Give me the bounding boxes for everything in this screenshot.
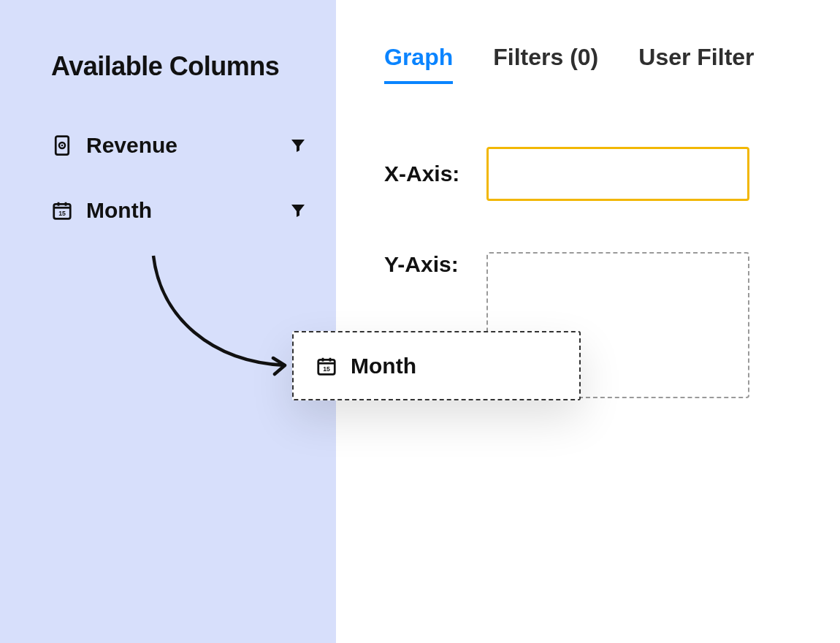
- drag-ghost-label: Month: [351, 354, 416, 378]
- filter-icon[interactable]: [289, 202, 307, 219]
- column-item-revenue-left: Revenue: [51, 133, 177, 158]
- filter-icon[interactable]: [289, 137, 307, 154]
- money-icon: [51, 134, 73, 156]
- svg-point-2: [61, 145, 64, 147]
- tab-graph[interactable]: Graph: [384, 44, 453, 84]
- x-axis-dropzone[interactable]: [486, 147, 749, 201]
- svg-text:15: 15: [58, 210, 66, 217]
- column-item-month-label: Month: [86, 198, 152, 223]
- calendar-icon: 15: [316, 355, 337, 377]
- config-tabs: Graph Filters (0) User Filter: [365, 44, 796, 81]
- drag-ghost-month[interactable]: 15 Month: [292, 331, 581, 400]
- svg-text:15: 15: [323, 365, 330, 372]
- tab-filters[interactable]: Filters (0): [493, 44, 598, 81]
- available-columns-panel: Available Columns Revenue: [0, 0, 336, 643]
- y-axis-label: Y-Axis:: [384, 252, 472, 277]
- column-item-month[interactable]: 15 Month: [51, 198, 307, 223]
- x-axis-row: X-Axis:: [365, 147, 796, 201]
- column-item-revenue-label: Revenue: [86, 133, 177, 158]
- column-item-month-left: 15 Month: [51, 198, 152, 223]
- column-item-revenue[interactable]: Revenue: [51, 133, 307, 158]
- available-columns-title: Available Columns: [51, 51, 307, 82]
- calendar-icon: 15: [51, 199, 73, 221]
- tab-user-filter[interactable]: User Filter: [638, 44, 754, 81]
- app-root: Available Columns Revenue: [0, 0, 840, 643]
- config-panel: Graph Filters (0) User Filter X-Axis: Y-…: [336, 0, 840, 643]
- x-axis-label: X-Axis:: [384, 161, 472, 186]
